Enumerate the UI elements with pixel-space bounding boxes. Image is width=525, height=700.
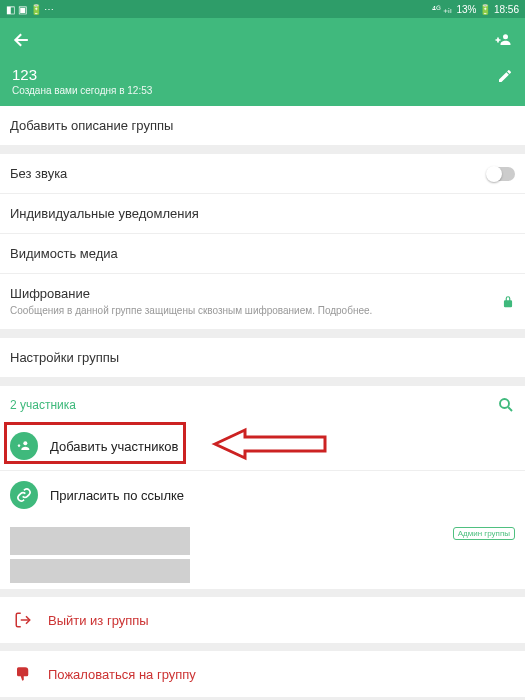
encryption-sub: Сообщения в данной группе защищены сквоз… — [10, 304, 501, 317]
group-subtitle: Создана вами сегодня в 12:53 — [12, 85, 513, 96]
back-icon[interactable] — [12, 30, 32, 50]
individual-notifications-label: Индивидуальные уведомления — [10, 206, 515, 221]
invite-link-row[interactable]: Пригласить по ссылке — [0, 470, 525, 519]
report-group-row[interactable]: Пожаловаться на группу — [0, 651, 525, 697]
svg-point-0 — [503, 34, 508, 39]
svg-point-2 — [23, 441, 27, 445]
admin-badge: Админ группы — [453, 527, 515, 540]
search-icon[interactable] — [497, 396, 515, 414]
participants-header: 2 участника — [0, 386, 525, 422]
media-visibility-label: Видимость медиа — [10, 246, 515, 261]
app-header: 123 Создана вами сегодня в 12:53 — [0, 18, 525, 106]
member-avatar-placeholder — [10, 527, 190, 555]
add-person-circle-icon — [10, 432, 38, 460]
individual-notifications-row[interactable]: Индивидуальные уведомления — [0, 194, 525, 234]
member-row[interactable]: Админ группы — [0, 519, 525, 589]
lock-icon — [501, 295, 515, 309]
battery-time: 13% 🔋 18:56 — [456, 4, 519, 15]
mute-row[interactable]: Без звука — [0, 154, 525, 194]
svg-point-1 — [500, 399, 509, 408]
mute-label: Без звука — [10, 166, 67, 181]
add-description-row[interactable]: Добавить описание группы — [0, 106, 525, 146]
report-group-label: Пожаловаться на группу — [48, 667, 196, 682]
signal-icon: ⁴ᴳ ₊ᵢₗ — [432, 4, 453, 15]
link-circle-icon — [10, 481, 38, 509]
exit-icon — [14, 611, 32, 629]
add-participants-label: Добавить участников — [50, 439, 178, 454]
exit-group-label: Выйти из группы — [48, 613, 149, 628]
member-name-placeholder — [10, 559, 190, 583]
encryption-title: Шифрование — [10, 286, 501, 301]
group-title: 123 — [12, 66, 513, 83]
thumbs-down-icon — [14, 665, 32, 683]
status-bar: ◧ ▣ 🔋 ⋯ ⁴ᴳ ₊ᵢₗ 13% 🔋 18:56 — [0, 0, 525, 18]
add-person-icon[interactable] — [493, 30, 513, 50]
invite-link-label: Пригласить по ссылке — [50, 488, 184, 503]
status-right: ⁴ᴳ ₊ᵢₗ 13% 🔋 18:56 — [432, 4, 519, 15]
add-description-label: Добавить описание группы — [10, 118, 515, 133]
media-visibility-row[interactable]: Видимость медиа — [0, 234, 525, 274]
group-settings-label: Настройки группы — [10, 350, 515, 365]
encryption-row[interactable]: Шифрование Сообщения в данной группе защ… — [0, 274, 525, 330]
status-left-icons: ◧ ▣ 🔋 ⋯ — [6, 4, 54, 15]
edit-icon[interactable] — [497, 68, 513, 84]
mute-toggle[interactable] — [487, 167, 515, 181]
group-settings-row[interactable]: Настройки группы — [0, 338, 525, 378]
participants-count: 2 участника — [10, 398, 76, 412]
exit-group-row[interactable]: Выйти из группы — [0, 597, 525, 643]
arrow-annotation — [210, 426, 330, 462]
